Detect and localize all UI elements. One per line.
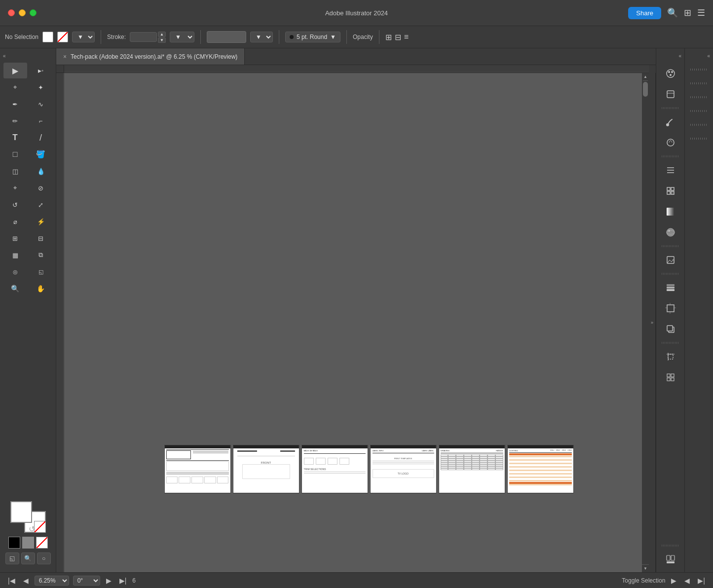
title-right-controls: Share 🔍 ⊞ ☰ [628, 7, 705, 19]
forward-nav-button[interactable]: ▶ [669, 576, 678, 586]
share-button[interactable]: Share [628, 7, 661, 19]
hand-tool[interactable]: ✋ [29, 281, 53, 296]
gradient-tool[interactable]: ◫ [3, 163, 27, 179]
arrange-windows-icon[interactable]: ⊞ [684, 7, 691, 18]
stroke-type-dropdown[interactable]: ▼ [170, 32, 194, 42]
right-collapse-strip[interactable]: » [649, 73, 656, 572]
distribute-icon[interactable]: ⊟ [395, 33, 401, 42]
pencil-tool[interactable]: ✏ [3, 113, 27, 129]
maximize-button[interactable] [30, 9, 37, 16]
duplicate-panel-icon[interactable] [662, 320, 679, 338]
artboard-panel-icon[interactable] [662, 299, 679, 317]
lasso-tool[interactable]: ⌖ [3, 79, 27, 95]
stroke-dropdown[interactable]: ▼ [72, 32, 95, 42]
artboard-tool[interactable]: ◱ [29, 264, 53, 280]
first-page-button[interactable]: |◀ [6, 576, 17, 586]
stroke-none-indicator[interactable] [57, 32, 68, 42]
brushes-icon[interactable] [662, 113, 679, 131]
far-ruler-2 [690, 82, 708, 84]
close-button[interactable] [8, 9, 15, 16]
stroke-width-input[interactable] [130, 32, 157, 42]
slice-tool[interactable]: ⧉ [29, 247, 53, 263]
none-swatch[interactable] [36, 537, 48, 549]
back-nav-button[interactable]: ◀ [682, 576, 692, 586]
curvature-tool[interactable]: ∿ [29, 96, 53, 112]
blend-tool[interactable]: ⌖ [3, 180, 27, 196]
ellipse-select-tool[interactable]: ◎ [3, 264, 27, 280]
stroke-color-dropdown[interactable]: ▼ [250, 32, 273, 42]
zoom-tool[interactable]: 🔍 [3, 281, 27, 296]
panel-toggle-icon[interactable]: ☰ [697, 7, 705, 18]
chart-tool[interactable]: ▦ [3, 247, 27, 263]
artboard-5[interactable]: GRADING RANGE [438, 445, 505, 493]
foreground-color-swatch[interactable] [10, 501, 32, 523]
black-swatch[interactable] [8, 537, 20, 549]
right-panel-collapse-arrow[interactable]: « [677, 52, 682, 60]
scroll-down-arrow[interactable]: ▼ [642, 564, 649, 572]
gray-swatch[interactable] [22, 537, 34, 549]
far-right-collapse-arrow[interactable]: « [706, 52, 711, 60]
rotation-select[interactable]: 0° [73, 576, 100, 586]
puppet-tool[interactable]: ⚡ [29, 214, 53, 229]
next-page-button[interactable]: ▶ [104, 576, 113, 586]
scale-tool[interactable]: ⤢ [29, 197, 53, 213]
paint-bucket-tool[interactable]: 🪣 [29, 147, 53, 162]
artboard-6[interactable]: COSTING COL1COL2COL3COL4 [507, 445, 573, 493]
pen-tool[interactable]: ✒ [3, 96, 27, 112]
artboard-2[interactable]: FRONT [232, 445, 299, 493]
rotate-tool[interactable]: ↺ [3, 197, 27, 213]
bottom-panel-icon[interactable] [662, 551, 679, 568]
color-palette-icon[interactable] [662, 65, 679, 82]
flatten-icon[interactable] [662, 368, 679, 386]
prev-page-button[interactable]: ◀ [21, 576, 31, 586]
fill-color-swatch[interactable] [42, 32, 53, 42]
layers-icon[interactable] [662, 279, 679, 296]
canvas-viewport[interactable]: FRONT BACK DETAILS [64, 73, 649, 572]
warp-tool[interactable]: ⌀ [3, 214, 27, 229]
gradient-panel-icon[interactable] [662, 203, 679, 220]
right-panel-div-1 [662, 107, 679, 109]
vertical-scrollbar[interactable]: ▲ ▼ [642, 73, 649, 572]
stroke-color-box[interactable] [207, 31, 246, 43]
stroke-up-button[interactable]: ▲ [158, 32, 166, 37]
scroll-thumb[interactable] [643, 82, 648, 97]
minimize-button[interactable] [19, 9, 26, 16]
symbols-icon[interactable] [662, 134, 679, 151]
artboard-4[interactable]: LABEL INFO CARE LABEL PRINT TEMPLATES [370, 445, 436, 493]
screen-mode-button[interactable]: ◱ [5, 552, 19, 564]
scroll-up-arrow[interactable]: ▲ [643, 73, 648, 81]
transform-icon[interactable] [662, 182, 679, 200]
tab-close-icon[interactable]: × [63, 53, 67, 60]
more-icon[interactable]: ≡ [404, 33, 409, 41]
end-nav-button[interactable]: ▶| [696, 576, 707, 586]
select-tool[interactable]: ▶ [3, 63, 27, 78]
text-tool[interactable]: T [3, 130, 27, 146]
rect-tool[interactable]: □ [3, 147, 27, 162]
search-icon[interactable]: 🔍 [667, 7, 678, 18]
artboard-1[interactable] [164, 445, 230, 493]
search-objects-button[interactable]: 🔍 [21, 552, 35, 564]
toolbox-collapse-arrow[interactable]: « [2, 52, 7, 60]
swap-colors-icon[interactable]: ↺ [29, 524, 35, 534]
zoom-select[interactable]: 6.25% [35, 576, 69, 586]
canvas-mode-button[interactable]: ○ [37, 552, 51, 564]
last-page-button[interactable]: ▶| [117, 576, 129, 586]
appearance-icon[interactable] [662, 85, 679, 103]
image-trace-icon[interactable] [662, 251, 679, 269]
stroke-round-button[interactable]: 5 pt. Round ▼ [285, 32, 340, 42]
brush-tool[interactable]: ⌐ [29, 113, 53, 129]
eraser-tool[interactable]: ⊘ [29, 180, 53, 196]
direct-select-tool[interactable]: ▸+ [29, 63, 53, 78]
sphere-icon[interactable] [662, 223, 679, 241]
mesh2-tool[interactable]: ⊟ [29, 230, 53, 246]
magic-wand-tool[interactable]: ✦ [29, 79, 53, 95]
align-icon[interactable]: ⊞ [385, 33, 392, 42]
eyedropper-tool[interactable]: 💧 [29, 163, 53, 179]
line-tool[interactable]: / [29, 130, 53, 146]
document-tab[interactable]: × Tech-pack (Adobe 2024 version).ai* @ 6… [56, 48, 245, 65]
crop-icon[interactable] [662, 348, 679, 366]
align-icon-panel[interactable] [662, 161, 679, 179]
artboard-3[interactable]: BACK DETAILS TRIM SELECTIONS [301, 445, 368, 493]
stroke-down-button[interactable]: ▼ [158, 37, 166, 43]
mesh-tool[interactable]: ⊞ [3, 230, 27, 246]
